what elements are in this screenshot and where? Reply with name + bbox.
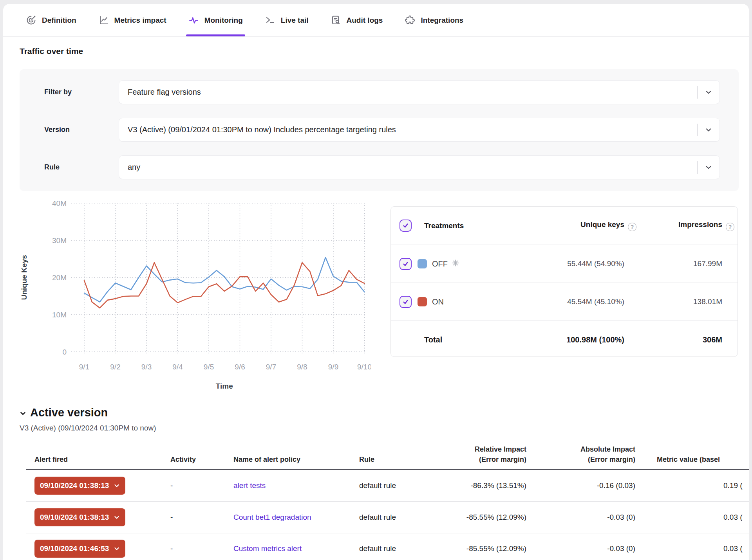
col-policy-name: Name of alert policy [233, 454, 359, 465]
alert-policy-link[interactable]: alert tests [233, 481, 266, 490]
treatment-name: ON [432, 297, 444, 306]
tab-live-tail[interactable]: Live tail [265, 4, 309, 36]
svg-text:9/8: 9/8 [297, 363, 307, 371]
alerts-table: Alert fired Activity Name of alert polic… [26, 444, 749, 560]
tab-monitoring[interactable]: Monitoring [188, 4, 243, 36]
traffic-chart-svg: 010M20M30M40M9/19/29/39/49/59/69/79/89/9… [16, 200, 371, 395]
chevron-down-icon[interactable] [698, 163, 719, 172]
tab-bar: Definition Metrics impact Monitoring Liv… [3, 4, 749, 37]
chevron-down-icon [114, 514, 120, 520]
off-checkbox[interactable] [400, 258, 412, 270]
svg-text:Unique Keys: Unique Keys [20, 255, 28, 300]
tab-label: Definition [42, 16, 76, 25]
col-rule: Rule [359, 454, 434, 465]
chart-trend-icon [98, 15, 109, 25]
tab-audit-logs[interactable]: Audit logs [331, 4, 383, 36]
filter-by-dropdown[interactable]: Feature flag versions [119, 80, 720, 104]
relative-impact-cell: -85.55% (12.09%) [434, 513, 526, 522]
svg-text:9/9: 9/9 [328, 363, 338, 371]
help-icon[interactable]: ? [726, 223, 734, 231]
svg-text:9/3: 9/3 [141, 363, 152, 371]
chevron-down-icon[interactable] [698, 88, 719, 97]
activity-cell: - [170, 481, 233, 490]
puzzle-icon [405, 15, 415, 25]
absolute-impact-cell: -0.03 (0) [526, 513, 635, 522]
treatments-header-row: Treatments Unique keys? Impressions? [391, 207, 738, 245]
col-relative-impact: Relative Impact(Error margin) [434, 444, 526, 465]
tab-label: Monitoring [204, 16, 243, 25]
active-version-section: Active version V3 (Active) (09/10/2024 0… [20, 406, 739, 432]
main-card: Definition Metrics impact Monitoring Liv… [3, 4, 749, 560]
rule-label: Rule [44, 163, 119, 171]
impressions-value: 167.99M [693, 259, 722, 268]
total-unique-keys: 100.98M (100%) [566, 335, 624, 344]
alert-policy-link[interactable]: Custom metrics alert [233, 544, 302, 553]
treatment-row-off: OFF 55.44M (54.90%) 167.99M [391, 245, 738, 283]
rule-value: any [119, 163, 697, 172]
svg-text:0: 0 [62, 348, 67, 356]
check-icon [402, 298, 409, 306]
tab-label: Metrics impact [114, 16, 166, 25]
on-color-swatch [418, 297, 427, 306]
chevron-down-icon [114, 546, 120, 552]
tab-metrics-impact[interactable]: Metrics impact [98, 4, 166, 36]
col-metric-value: Metric value (basel [635, 454, 749, 465]
filter-by-value: Feature flag versions [119, 88, 697, 97]
metric-value-cell: 0.19 ( [635, 481, 749, 490]
impressions-column-header: Impressions [678, 220, 722, 229]
unique-keys-column-header: Unique keys [580, 220, 624, 229]
svg-text:10M: 10M [52, 311, 67, 319]
filter-by-label: Filter by [44, 88, 119, 96]
impressions-value: 138.01M [693, 297, 722, 306]
svg-text:Time: Time [216, 382, 233, 390]
treatment-row-on: ON 45.54M (45.10%) 138.01M [391, 283, 738, 321]
terminal-icon [265, 15, 275, 25]
svg-text:9/7: 9/7 [266, 363, 276, 371]
rule-cell: default rule [359, 513, 434, 522]
pulse-icon [188, 15, 199, 25]
relative-impact-cell: -85.55% (12.09%) [434, 544, 526, 553]
chevron-down-icon[interactable] [698, 126, 719, 134]
treatments-total-row: Total 100.98M (100%) 306M [391, 321, 738, 358]
alert-policy-link[interactable]: Count bet1 degradation [233, 513, 311, 521]
select-all-checkbox[interactable] [400, 220, 412, 232]
target-edit-icon [26, 15, 36, 25]
treatments-table: Treatments Unique keys? Impressions? OFF… [390, 206, 738, 357]
document-search-icon [331, 15, 341, 25]
svg-text:9/5: 9/5 [204, 363, 214, 371]
section-title: Traffic over time [20, 47, 739, 56]
svg-text:9/1: 9/1 [79, 363, 89, 371]
col-activity: Activity [170, 454, 233, 465]
tab-definition[interactable]: Definition [26, 4, 76, 36]
total-label: Total [424, 335, 442, 344]
tab-integrations[interactable]: Integrations [405, 4, 463, 36]
tab-label: Live tail [281, 16, 309, 25]
alert-row: 09/10/2024 01:46:53 - Custom metrics ale… [26, 533, 749, 560]
alert-fired-badge[interactable]: 09/10/2024 01:38:13 [34, 477, 125, 495]
active-version-subtitle: V3 (Active) (09/10/2024 01:30PM to now) [20, 424, 739, 432]
rule-dropdown[interactable]: any [119, 155, 720, 179]
help-icon[interactable]: ? [628, 223, 636, 231]
alert-fired-badge[interactable]: 09/10/2024 01:46:53 [34, 540, 125, 558]
active-version-toggle[interactable]: Active version [20, 406, 739, 419]
metric-value-cell: 0.03 ( [635, 513, 749, 522]
chevron-down-icon [20, 410, 26, 417]
on-checkbox[interactable] [400, 296, 412, 308]
col-alert-fired: Alert fired [34, 454, 170, 465]
svg-text:30M: 30M [52, 236, 67, 245]
tab-label: Integrations [421, 16, 463, 25]
active-version-title: Active version [30, 406, 108, 419]
relative-impact-cell: -86.3% (13.51%) [434, 481, 526, 490]
activity-cell: - [170, 544, 233, 553]
absolute-impact-cell: -0.03 (0) [526, 544, 635, 553]
filter-row-rule: Rule any [44, 155, 720, 179]
svg-text:9/2: 9/2 [110, 363, 120, 371]
alerts-header-row: Alert fired Activity Name of alert polic… [26, 444, 749, 470]
activity-cell: - [170, 513, 233, 522]
alert-row: 09/10/2024 01:38:13 - Count bet1 degrada… [26, 502, 749, 533]
absolute-impact-cell: -0.16 (0.03) [526, 481, 635, 490]
version-dropdown[interactable]: V3 (Active) (09/01/2024 01:30PM to now) … [119, 118, 720, 142]
rule-cell: default rule [359, 481, 434, 490]
off-color-swatch [418, 259, 427, 268]
alert-fired-badge[interactable]: 09/10/2024 01:38:13 [34, 508, 125, 526]
